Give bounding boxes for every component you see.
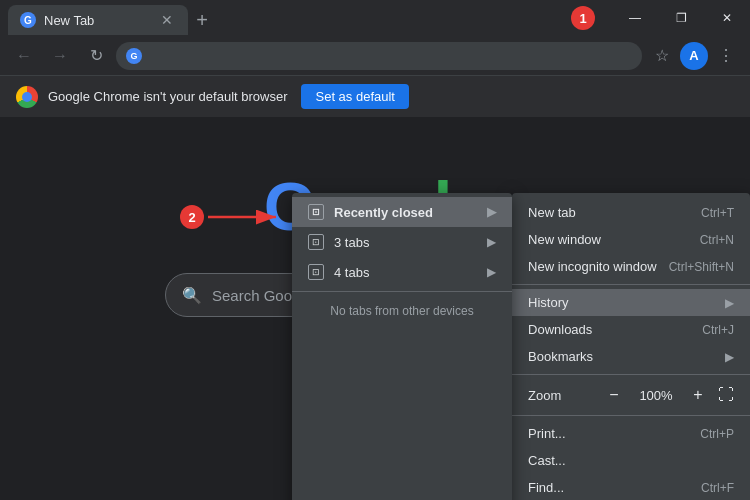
menu-cast[interactable]: Cast... (512, 447, 750, 474)
recently-closed-label: Recently closed (334, 205, 433, 220)
search-icon: 🔍 (182, 286, 202, 305)
menu-bookmarks[interactable]: Bookmarks ▶ (512, 343, 750, 370)
browser-tab[interactable]: G New Tab ✕ (8, 5, 188, 35)
menu-find-label: Find... (528, 480, 564, 495)
history-4tabs[interactable]: ⊡ 4 tabs ▶ (292, 257, 512, 287)
title-bar: G New Tab ✕ + 1 — ❐ ✕ (0, 0, 750, 36)
4tabs-label: 4 tabs (334, 265, 369, 280)
toolbar-icons: ☆ A ⋮ (646, 40, 742, 72)
set-default-button[interactable]: Set as default (301, 84, 409, 109)
menu-incognito-shortcut: Ctrl+Shift+N (669, 260, 734, 274)
arrow-annotation: 2 (180, 205, 284, 229)
recently-closed-arrow: ▶ (487, 205, 496, 219)
annotation-arrow (204, 207, 284, 227)
annotation-circle-2: 2 (180, 205, 204, 229)
menu-new-window[interactable]: New window Ctrl+N (512, 226, 750, 253)
default-browser-banner: Google Chrome isn't your default browser… (0, 76, 750, 117)
tab-title: New Tab (44, 13, 150, 28)
bookmark-icon[interactable]: ☆ (646, 40, 678, 72)
zoom-fullscreen-button[interactable]: ⛶ (718, 386, 734, 404)
menu-print[interactable]: Print... Ctrl+P (512, 420, 750, 447)
menu-incognito-label: New incognito window (528, 259, 657, 274)
minimize-button[interactable]: — (612, 0, 658, 36)
zoom-decrease-button[interactable]: − (602, 383, 626, 407)
main-context-menu: New tab Ctrl+T New window Ctrl+N New inc… (512, 193, 750, 500)
menu-new-tab-label: New tab (528, 205, 576, 220)
forward-button[interactable]: → (44, 40, 76, 72)
menu-downloads-label: Downloads (528, 322, 592, 337)
3tabs-icon: ⊡ (308, 234, 324, 250)
zoom-label: Zoom (528, 388, 594, 403)
back-button[interactable]: ← (8, 40, 40, 72)
menu-divider-1 (512, 284, 750, 285)
tab-favicon: G (20, 12, 36, 28)
reload-button[interactable]: ↻ (80, 40, 112, 72)
menu-history[interactable]: History ▶ (512, 289, 750, 316)
chrome-icon (16, 86, 38, 108)
menu-divider-2 (512, 374, 750, 375)
menu-divider-3 (512, 415, 750, 416)
no-other-devices-label: No tabs from other devices (292, 296, 512, 326)
history-submenu: ⊡ Recently closed ▶ ⊡ 3 tabs ▶ ⊡ 4 tabs (292, 193, 512, 500)
address-favicon: G (126, 48, 142, 64)
profile-icon[interactable]: A (680, 42, 708, 70)
window-controls: — ❐ ✕ (612, 0, 750, 36)
3tabs-arrow: ▶ (487, 235, 496, 249)
recently-closed-icon: ⊡ (308, 204, 324, 220)
4tabs-arrow: ▶ (487, 265, 496, 279)
menu-bookmarks-arrow: ▶ (725, 350, 734, 364)
menu-new-tab-shortcut: Ctrl+T (701, 206, 734, 220)
history-3tabs[interactable]: ⊡ 3 tabs ▶ (292, 227, 512, 257)
menu-history-arrow: ▶ (725, 296, 734, 310)
history-recently-closed[interactable]: ⊡ Recently closed ▶ (292, 197, 512, 227)
menu-print-label: Print... (528, 426, 566, 441)
menu-history-label: History (528, 295, 568, 310)
restore-button[interactable]: ❐ (658, 0, 704, 36)
menu-icon[interactable]: ⋮ (710, 40, 742, 72)
4tabs-icon: ⊡ (308, 264, 324, 280)
address-bar[interactable]: G (116, 42, 642, 70)
menu-new-window-label: New window (528, 232, 601, 247)
new-tab-button[interactable]: + (188, 6, 216, 34)
menu-downloads-shortcut: Ctrl+J (702, 323, 734, 337)
menu-find[interactable]: Find... Ctrl+F (512, 474, 750, 500)
tab-close-button[interactable]: ✕ (158, 11, 176, 29)
3tabs-label: 3 tabs (334, 235, 369, 250)
history-submenu-divider (292, 291, 512, 292)
menu-incognito[interactable]: New incognito window Ctrl+Shift+N (512, 253, 750, 280)
browser-window: G New Tab ✕ + 1 — ❐ ✕ ← → ↻ G ☆ A ⋮ (0, 0, 750, 500)
toolbar: ← → ↻ G ☆ A ⋮ (0, 36, 750, 76)
zoom-control: Zoom − 100% + ⛶ (512, 379, 750, 411)
zoom-increase-button[interactable]: + (686, 383, 710, 407)
menu-bookmarks-label: Bookmarks (528, 349, 593, 364)
annotation-circle-1: 1 (571, 6, 595, 30)
context-menu-overlay: ⊡ Recently closed ▶ ⊡ 3 tabs ▶ ⊡ 4 tabs (292, 193, 750, 500)
menu-cast-label: Cast... (528, 453, 566, 468)
zoom-value: 100% (634, 388, 678, 403)
menu-print-shortcut: Ctrl+P (700, 427, 734, 441)
menu-new-window-shortcut: Ctrl+N (700, 233, 734, 247)
menu-find-shortcut: Ctrl+F (701, 481, 734, 495)
menu-downloads[interactable]: Downloads Ctrl+J (512, 316, 750, 343)
close-button[interactable]: ✕ (704, 0, 750, 36)
menu-new-tab[interactable]: New tab Ctrl+T (512, 199, 750, 226)
banner-text: Google Chrome isn't your default browser (48, 89, 287, 104)
